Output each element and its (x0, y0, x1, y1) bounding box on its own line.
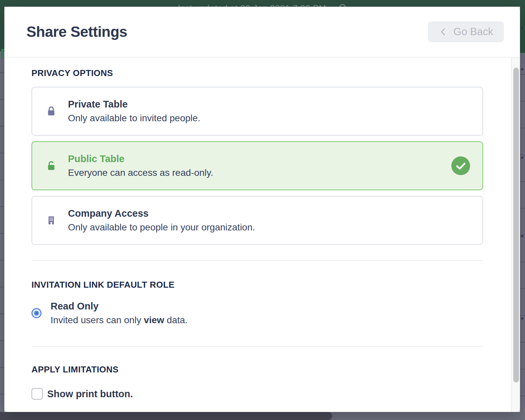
background-table-left-edge: B (0, 7, 4, 412)
invitation-link-role-header: INVITATION LINK DEFAULT ROLE (31, 280, 483, 290)
office-building-icon (46, 215, 57, 226)
option-text: Private Table Only available to invited … (68, 99, 200, 124)
modal-body: PRIVACY OPTIONS Private Table Only avail… (4, 57, 520, 412)
modal-scrollbar-thumb[interactable] (513, 68, 519, 382)
background-table-rows-fragment (520, 53, 525, 412)
option-description: Only available to invited people. (68, 113, 200, 124)
role-title: Read Only (51, 301, 188, 312)
page-title: Share Settings (26, 23, 127, 40)
modal-header: Share Settings Go Back (4, 7, 520, 57)
clock-icon (339, 4, 346, 7)
role-description: Invited users can only view data. (51, 315, 188, 326)
background-header-fragment (0, 7, 4, 51)
role-description-prefix: Invited users can only (51, 315, 144, 325)
checkbox-unchecked[interactable] (31, 388, 43, 400)
role-text: Read Only Invited users can only view da… (51, 301, 188, 326)
option-text: Public Table Everyone can access as read… (68, 153, 213, 178)
privacy-option-private-table[interactable]: Private Table Only available to invited … (31, 87, 483, 136)
role-option-read-only[interactable]: Read Only Invited users can only view da… (31, 301, 483, 326)
page-background: { "window": { "title": "Share Settings",… (0, 0, 525, 420)
lock-icon (46, 106, 57, 117)
modal-scrollbar-track[interactable] (511, 58, 520, 412)
background-table-right-edge (520, 7, 525, 412)
go-back-label: Go Back (453, 26, 493, 38)
modal-content: PRIVACY OPTIONS Private Table Only avail… (31, 58, 483, 400)
section-divider (31, 346, 483, 347)
privacy-option-public-table[interactable]: Public Table Everyone can access as read… (31, 141, 483, 190)
share-settings-modal: Share Settings Go Back PRIVACY OPTIONS P… (4, 7, 520, 412)
background-header-fragment (520, 7, 525, 53)
option-text: Company Access Only available to people … (68, 208, 255, 233)
role-description-bold: view (144, 315, 164, 325)
lock-open-icon (46, 160, 57, 171)
role-description-suffix: data. (164, 315, 188, 325)
checkbox-label: Show print button. (47, 389, 133, 400)
limitation-show-print-button[interactable]: Show print button. (31, 388, 483, 400)
radio-dot (34, 311, 39, 316)
background-app-topbar: last updated at 23 Jan 2021 7:23 PM (0, 0, 525, 7)
selected-check-icon (451, 156, 470, 175)
background-last-updated-text: last updated at 23 Jan 2021 7:23 PM (178, 3, 326, 7)
radio-button-selected[interactable] (31, 308, 42, 318)
option-description: Only available to people in your organiz… (68, 222, 255, 233)
background-table-rows-fragment (0, 51, 4, 412)
privacy-option-company-access[interactable]: Company Access Only available to people … (31, 196, 483, 245)
privacy-options-list: Private Table Only available to invited … (31, 87, 483, 245)
background-hscrollbar-track (0, 412, 525, 420)
apply-limitations-header: APPLY LIMITATIONS (31, 364, 483, 375)
option-title: Private Table (68, 99, 200, 110)
option-title: Public Table (68, 153, 213, 164)
section-divider (31, 260, 483, 261)
option-title: Company Access (68, 208, 255, 219)
background-hscrollbar-thumb (0, 412, 332, 420)
go-back-button[interactable]: Go Back (428, 21, 504, 42)
option-description: Everyone can access as read-only. (68, 167, 213, 178)
background-title-letter-fragment: B (0, 46, 4, 61)
chevron-left-icon (439, 27, 448, 37)
privacy-options-header: PRIVACY OPTIONS (31, 68, 483, 78)
